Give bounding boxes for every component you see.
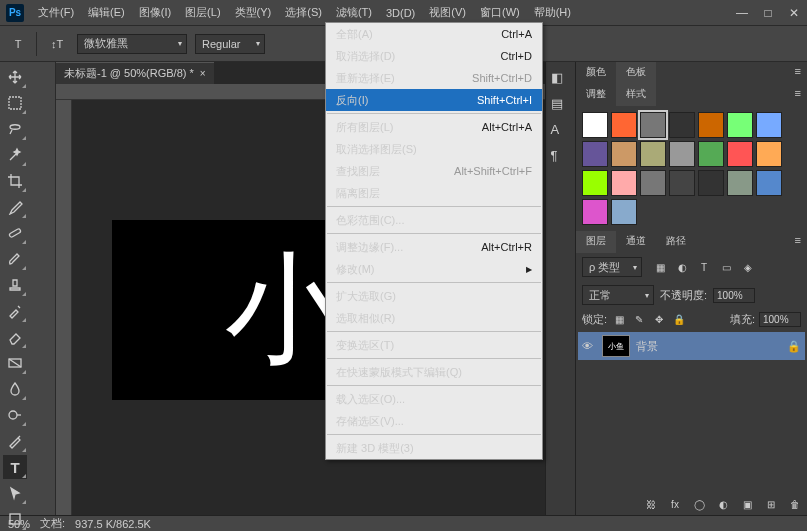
style-swatch[interactable] <box>611 112 637 138</box>
style-swatch[interactable] <box>611 199 637 225</box>
menu-item[interactable]: 色彩范围(C)... <box>326 209 542 231</box>
visibility-toggle[interactable]: 👁 <box>582 340 596 352</box>
style-swatch[interactable] <box>640 170 666 196</box>
menu-item[interactable]: 反向(I)Shift+Ctrl+I <box>326 89 542 111</box>
heal-tool[interactable] <box>3 221 27 245</box>
menu-窗口(W)[interactable]: 窗口(W) <box>474 2 526 23</box>
menu-item[interactable]: 在快速蒙版模式下编辑(Q) <box>326 361 542 383</box>
style-swatch[interactable] <box>611 170 637 196</box>
tab-color[interactable]: 颜色 <box>576 62 616 84</box>
style-swatch[interactable] <box>727 141 753 167</box>
style-swatch[interactable] <box>698 112 724 138</box>
path-select-tool[interactable] <box>3 481 27 505</box>
crop-tool[interactable] <box>3 169 27 193</box>
panel-menu-icon[interactable]: ≡ <box>789 231 807 253</box>
menu-图层(L)[interactable]: 图层(L) <box>179 2 226 23</box>
layer-mask-icon[interactable]: ◯ <box>691 497 707 511</box>
lock-pos-icon[interactable]: ✥ <box>651 313 667 327</box>
brush-tool[interactable] <box>3 247 27 271</box>
tab-layers[interactable]: 图层 <box>576 231 616 253</box>
history-brush-tool[interactable] <box>3 299 27 323</box>
filter-type-icon[interactable]: T <box>696 260 712 274</box>
style-swatch[interactable] <box>582 112 608 138</box>
tab-paths[interactable]: 路径 <box>656 231 696 253</box>
fill-input[interactable] <box>759 312 801 327</box>
filter-pixel-icon[interactable]: ▦ <box>652 260 668 274</box>
style-swatch[interactable] <box>669 170 695 196</box>
menu-item[interactable]: 取消选择(D)Ctrl+D <box>326 45 542 67</box>
lock-all-icon[interactable]: 🔒 <box>671 313 687 327</box>
menu-item[interactable]: 调整边缘(F)...Alt+Ctrl+R <box>326 236 542 258</box>
gradient-tool[interactable] <box>3 351 27 375</box>
trash-icon[interactable]: 🗑 <box>787 497 803 511</box>
stamp-tool[interactable] <box>3 273 27 297</box>
layer-row[interactable]: 👁 小鱼 背景 🔒 <box>578 332 805 360</box>
lasso-tool[interactable] <box>3 117 27 141</box>
type-tool[interactable]: T <box>3 455 27 479</box>
new-layer-icon[interactable]: ⊞ <box>763 497 779 511</box>
move-tool[interactable] <box>3 65 27 89</box>
style-swatch[interactable] <box>611 141 637 167</box>
font-family-dropdown[interactable]: 微软雅黑 <box>77 34 187 54</box>
history-panel-icon[interactable]: ◧ <box>551 70 571 88</box>
style-swatch[interactable] <box>698 170 724 196</box>
style-swatch[interactable] <box>582 141 608 167</box>
menu-图像(I)[interactable]: 图像(I) <box>133 2 177 23</box>
tab-swatches[interactable]: 色板 <box>616 62 656 84</box>
style-swatch[interactable] <box>756 141 782 167</box>
eyedropper-tool[interactable] <box>3 195 27 219</box>
style-swatch[interactable] <box>669 141 695 167</box>
style-swatch[interactable] <box>756 170 782 196</box>
menu-3D(D)[interactable]: 3D(D) <box>380 4 421 22</box>
layer-fx-icon[interactable]: fx <box>667 497 683 511</box>
tab-channels[interactable]: 通道 <box>616 231 656 253</box>
menu-item[interactable]: 新建 3D 模型(3) <box>326 437 542 459</box>
filter-smart-icon[interactable]: ◈ <box>740 260 756 274</box>
layer-filter-kind[interactable]: ρ 类型 <box>582 257 642 277</box>
style-swatch[interactable] <box>727 170 753 196</box>
close-button[interactable]: ✕ <box>787 6 801 20</box>
menu-item[interactable]: 扩大选取(G) <box>326 285 542 307</box>
eraser-tool[interactable] <box>3 325 27 349</box>
style-swatch[interactable] <box>698 141 724 167</box>
menu-item[interactable]: 变换选区(T) <box>326 334 542 356</box>
menu-文件(F)[interactable]: 文件(F) <box>32 2 80 23</box>
para-panel-icon[interactable]: ¶ <box>551 148 571 166</box>
style-swatch[interactable] <box>640 112 666 138</box>
menu-item[interactable]: 全部(A)Ctrl+A <box>326 23 542 45</box>
wand-tool[interactable] <box>3 143 27 167</box>
pen-tool[interactable] <box>3 429 27 453</box>
menu-item[interactable]: 存储选区(V)... <box>326 410 542 432</box>
current-tool-type-icon[interactable]: T <box>8 34 28 54</box>
tab-styles[interactable]: 样式 <box>616 84 656 106</box>
actions-panel-icon[interactable]: ▤ <box>551 96 571 114</box>
style-swatch[interactable] <box>582 170 608 196</box>
style-swatch[interactable] <box>669 112 695 138</box>
close-tab-icon[interactable]: × <box>200 68 206 79</box>
blur-tool[interactable] <box>3 377 27 401</box>
dodge-tool[interactable] <box>3 403 27 427</box>
char-panel-icon[interactable]: A <box>551 122 571 140</box>
text-orientation-icon[interactable]: ↕T <box>45 34 69 54</box>
menu-item[interactable]: 选取相似(R) <box>326 307 542 329</box>
filter-adjust-icon[interactable]: ◐ <box>674 260 690 274</box>
menu-帮助(H)[interactable]: 帮助(H) <box>528 2 577 23</box>
lock-paint-icon[interactable]: ✎ <box>631 313 647 327</box>
menu-类型(Y)[interactable]: 类型(Y) <box>229 2 278 23</box>
menu-编辑(E)[interactable]: 编辑(E) <box>82 2 131 23</box>
blend-mode-dropdown[interactable]: 正常 <box>582 285 654 305</box>
document-tab[interactable]: 未标题-1 @ 50%(RGB/8) * × <box>56 62 214 84</box>
link-layers-icon[interactable]: ⛓ <box>643 497 659 511</box>
adjust-layer-icon[interactable]: ◐ <box>715 497 731 511</box>
menu-选择(S)[interactable]: 选择(S) <box>279 2 328 23</box>
filter-shape-icon[interactable]: ▭ <box>718 260 734 274</box>
style-swatch[interactable] <box>582 199 608 225</box>
marquee-tool[interactable] <box>3 91 27 115</box>
opacity-input[interactable] <box>713 288 755 303</box>
style-swatch[interactable] <box>756 112 782 138</box>
panel-menu-icon[interactable]: ≡ <box>789 84 807 106</box>
menu-item[interactable]: 修改(M) <box>326 258 542 280</box>
font-weight-dropdown[interactable]: Regular <box>195 34 265 54</box>
shape-tool[interactable] <box>3 507 27 531</box>
style-swatch[interactable] <box>727 112 753 138</box>
